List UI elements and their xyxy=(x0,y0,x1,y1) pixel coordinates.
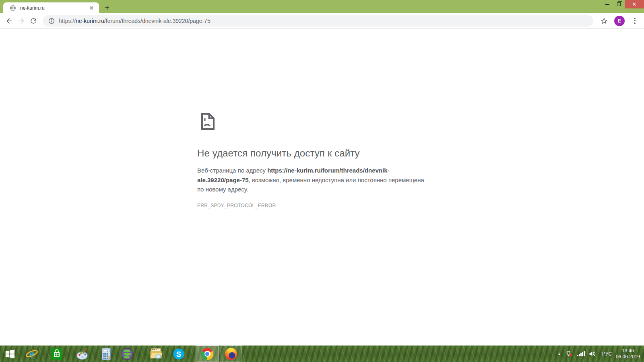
url-text[interactable]: https://ne-kurim.ru/forum/threads/dnevni… xyxy=(59,18,211,24)
taskbar-calculator[interactable]: 0 xyxy=(97,346,116,362)
taskbar-internet-explorer[interactable]: e xyxy=(22,346,41,362)
url-scheme: https:// xyxy=(59,18,76,24)
signal-strength-icon[interactable] xyxy=(577,351,585,356)
volume-icon[interactable] xyxy=(589,351,596,357)
tor-browser-globe-icon xyxy=(121,348,133,360)
url-path: /forum/threads/dnevnik-ale.39220/page-75 xyxy=(104,18,211,24)
language-indicator[interactable]: РУС xyxy=(602,351,612,357)
bookmark-star-button[interactable] xyxy=(599,16,609,26)
forward-arrow-icon xyxy=(17,17,25,25)
taskbar-tor-browser[interactable] xyxy=(118,346,137,362)
tab-title: ne-kurim.ru xyxy=(20,5,88,11)
firefox-icon xyxy=(225,348,237,360)
taskbar-file-explorer[interactable] xyxy=(146,346,165,362)
network-disconnected-icon[interactable] xyxy=(566,351,573,357)
page-content: Не удается получить доступ к сайту Веб-с… xyxy=(0,29,644,346)
globe-favicon-icon xyxy=(10,5,16,11)
chrome-icon xyxy=(201,348,213,360)
window-controls: ✕ xyxy=(601,0,644,8)
svg-text:S: S xyxy=(176,350,182,358)
restore-button[interactable] xyxy=(613,0,625,8)
url-domain: ne-kurim.ru xyxy=(76,18,104,24)
reload-icon xyxy=(29,17,37,25)
system-tray: ▲ РУС 13:46 06.06.2019 xyxy=(557,346,644,362)
close-window-button[interactable]: ✕ xyxy=(625,0,644,8)
tab-close-icon[interactable]: ✕ xyxy=(88,4,95,12)
desktop: ne-kurim.ru ✕ + ✕ xyxy=(0,0,644,362)
back-button[interactable] xyxy=(3,15,15,27)
error-message-prefix: Веб-страница по адресу xyxy=(197,167,267,174)
sad-document-icon xyxy=(200,113,215,130)
browser-tabstrip: ne-kurim.ru ✕ + ✕ xyxy=(0,0,644,13)
address-bar[interactable]: https://ne-kurim.ru/forum/threads/dnevni… xyxy=(43,15,593,27)
taskbar-paint[interactable] xyxy=(73,346,92,362)
taskbar-chrome[interactable] xyxy=(196,346,219,362)
skype-icon: S xyxy=(173,348,185,360)
taskbar-skype[interactable]: S xyxy=(169,346,188,362)
calculator-icon: 0 xyxy=(100,348,112,360)
windows-logo-icon xyxy=(5,349,15,359)
show-hidden-icons-button[interactable]: ▲ xyxy=(557,352,561,356)
paint-icon xyxy=(76,348,89,360)
new-tab-button[interactable]: + xyxy=(101,2,113,13)
microsoft-store-icon xyxy=(51,348,63,360)
page-info-icon[interactable] xyxy=(48,18,55,24)
error-message: Веб-страница по адресу https://ne-kurim.… xyxy=(197,166,431,194)
browser-toolbar: https://ne-kurim.ru/forum/threads/dnevni… xyxy=(0,13,644,29)
back-arrow-icon xyxy=(5,17,13,25)
file-explorer-icon xyxy=(149,348,163,360)
clock[interactable]: 13:46 06.06.2019 xyxy=(616,348,640,360)
taskbar: e xyxy=(0,346,644,362)
svg-text:0: 0 xyxy=(107,349,108,352)
forward-button[interactable] xyxy=(15,15,27,27)
clock-time: 13:46 xyxy=(616,348,640,354)
profile-avatar[interactable]: E xyxy=(614,16,625,26)
svg-text:e: e xyxy=(29,348,34,360)
taskbar-microsoft-store[interactable] xyxy=(47,346,66,362)
star-icon xyxy=(600,17,608,25)
internet-explorer-icon: e xyxy=(25,348,38,360)
browser-menu-button[interactable] xyxy=(630,16,640,26)
error-code: ERR_SPDY_PROTOCOL_ERROR xyxy=(197,203,431,208)
taskbar-firefox[interactable] xyxy=(221,346,242,362)
reload-button[interactable] xyxy=(27,15,39,27)
minimize-button[interactable] xyxy=(601,0,613,8)
error-title: Не удается получить доступ к сайту xyxy=(197,148,431,159)
browser-tab[interactable]: ne-kurim.ru ✕ xyxy=(3,2,99,13)
error-column: Не удается получить доступ к сайту Веб-с… xyxy=(197,113,431,208)
start-button[interactable] xyxy=(0,346,20,362)
clock-date: 06.06.2019 xyxy=(616,354,640,360)
